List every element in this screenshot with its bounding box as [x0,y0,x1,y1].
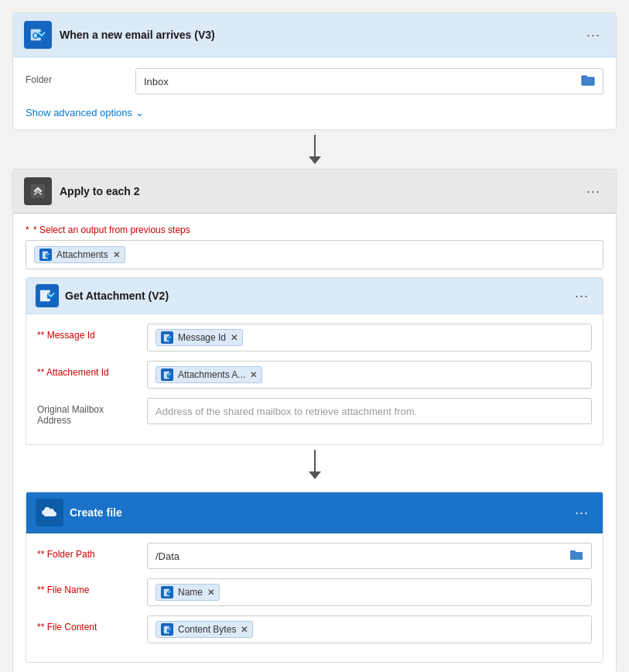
advanced-options-link[interactable]: Show advanced options ⌄ [26,107,144,118]
get-attachment-card: Get Attachment (V2) ··· ** Message Id [26,277,603,445]
file-name-tag-close[interactable]: ✕ [207,588,214,598]
chevron-down-icon: ⌄ [135,107,144,118]
get-attachment-body: ** Message Id [26,314,603,444]
message-id-input[interactable]: Message Id ✕ [147,324,592,351]
svg-text:O: O [32,32,39,40]
select-output-text: * Select an output from previous steps [33,225,190,235]
message-id-row: ** Message Id [37,324,592,351]
original-mailbox-label: Original Mailbox Address [37,398,138,426]
folder-path-value: /Data [156,550,179,562]
advanced-options-label: Show advanced options [26,107,132,118]
folder-field-row: Folder Inbox [26,68,603,94]
attachment-id-tag: Attachments A... ✕ [156,366,262,383]
attachments-tag: Attachments ✕ [34,246,125,263]
file-content-tag-close[interactable]: ✕ [241,625,248,635]
folder-value: Inbox [144,76,169,87]
file-content-input[interactable]: Content Bytes ✕ [147,615,592,643]
apply-each-card: Apply to each 2 ··· * * Select an output… [12,169,617,672]
original-mailbox-placeholder: Address of the shared mailbox to retriev… [156,406,417,417]
folder-path-label: ** Folder Path [37,543,138,560]
attachment-id-input[interactable]: Attachments A... ✕ [147,361,592,389]
arrow-line-2 [314,450,316,471]
file-name-row: ** File Name [37,578,592,606]
trigger-body: Folder Inbox Show advanced options ⌄ [13,57,616,129]
create-file-title: Create file [70,506,564,519]
attachment-id-row: ** Attachement Id [37,361,592,389]
file-content-tag-label: Content Bytes [178,624,236,635]
get-attachment-more-button[interactable]: ··· [570,286,593,306]
attachment-id-tag-close[interactable]: ✕ [250,370,257,380]
required-star: * [26,225,29,235]
apply-each-icon [24,177,52,205]
file-content-tag: Content Bytes ✕ [156,621,253,638]
message-id-label: ** Message Id [37,324,138,341]
arrow-2 [26,445,603,484]
file-name-tag-icon [161,586,173,598]
folder-icon [581,74,595,89]
attachments-tag-close[interactable]: ✕ [113,250,120,260]
get-attachment-icon [36,284,59,307]
trigger-card: O When a new email arrives (V3) ··· Fold… [12,12,617,130]
attachments-input[interactable]: Attachments ✕ [26,240,603,269]
trigger-title: When a new email arrives (V3) [60,29,574,41]
trigger-icon: O [24,21,52,49]
folder-path-row: ** Folder Path /Data [37,543,592,569]
attachments-tag-label: Attachments [56,249,108,260]
arrow-head-1 [309,156,321,164]
apply-each-header: Apply to each 2 ··· [13,170,616,214]
folder-label: Folder [26,68,126,85]
create-file-body: ** Folder Path /Data [26,533,603,662]
apply-each-body: * * Select an output from previous steps… [13,214,616,672]
attachment-id-tag-label: Attachments A... [178,369,245,380]
get-attachment-title: Get Attachment (V2) [65,290,564,302]
message-id-tag-icon [161,331,173,344]
create-file-icon [36,499,63,526]
folder-path-icon [569,548,583,564]
attachment-id-label: ** Attachement Id [37,361,138,378]
file-content-tag-icon [161,623,173,636]
file-content-label: ** File Content [37,615,138,633]
message-id-tag-close[interactable]: ✕ [231,333,238,343]
create-file-card: Create file ··· ** Folder Path /Data [26,492,603,663]
file-name-input[interactable]: Name ✕ [147,578,592,606]
folder-path-input[interactable]: /Data [147,543,592,569]
arrow-1 [309,130,321,169]
file-name-tag-label: Name [178,587,203,598]
attachment-id-tag-icon [161,369,173,381]
file-content-row: ** File Content [37,615,592,643]
apply-each-title: Apply to each 2 [60,185,574,197]
select-output-label: * * Select an output from previous steps [26,225,603,235]
apply-each-more-button[interactable]: ··· [582,182,605,201]
flow-container: O When a new email arrives (V3) ··· Fold… [12,12,617,672]
trigger-more-button[interactable]: ··· [582,26,605,45]
arrow-head-2 [309,471,321,479]
file-name-label: ** File Name [37,578,138,595]
get-attachment-header: Get Attachment (V2) ··· [26,278,603,314]
message-id-tag: Message Id ✕ [156,329,243,346]
original-mailbox-row: Original Mailbox Address Address of the … [37,398,592,426]
original-mailbox-input[interactable]: Address of the shared mailbox to retriev… [147,398,592,424]
folder-input[interactable]: Inbox [135,68,603,94]
file-name-tag: Name ✕ [156,584,220,601]
create-file-header: Create file ··· [26,492,603,533]
trigger-header: O When a new email arrives (V3) ··· [13,13,616,57]
attachments-tag-icon [39,249,52,261]
arrow-line-1 [314,135,316,156]
message-id-tag-label: Message Id [178,332,226,343]
create-file-more-button[interactable]: ··· [570,503,593,523]
